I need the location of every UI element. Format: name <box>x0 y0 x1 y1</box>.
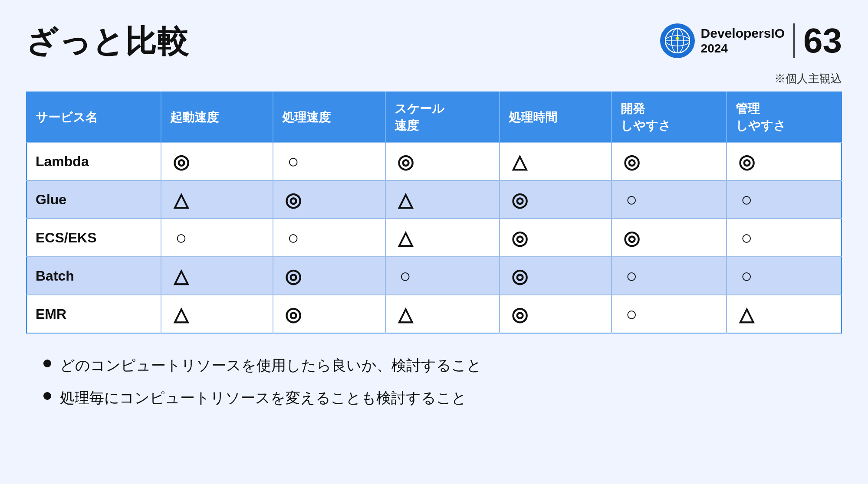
cell-name: Glue <box>26 180 161 219</box>
double-symbol <box>621 150 642 172</box>
header-divider <box>793 23 795 58</box>
logo-area: DevelopersIO 2024 <box>660 23 785 58</box>
cell-process <box>273 142 385 180</box>
double-symbol <box>509 227 530 249</box>
col-header-process: 処理速度 <box>273 92 385 142</box>
triangle-symbol <box>170 303 192 325</box>
col-header-service: サービス名 <box>26 92 161 142</box>
triangle-symbol <box>395 227 416 249</box>
cell-time <box>500 219 612 257</box>
single-symbol <box>736 189 757 210</box>
single-symbol <box>621 303 642 325</box>
double-symbol <box>395 150 416 172</box>
single-symbol <box>282 150 304 172</box>
slide: ざっと比較 Developers <box>0 0 868 484</box>
cell-time <box>500 142 612 180</box>
single-symbol <box>170 227 192 249</box>
col-header-time: 処理時間 <box>500 92 612 142</box>
cell-process <box>273 257 385 295</box>
single-symbol <box>736 227 757 249</box>
bullet-list: どのコンピュートリソースを使用したら良いか、検討すること処理毎にコンピュートリソ… <box>26 354 842 409</box>
cell-process <box>273 295 385 333</box>
comparison-table: サービス名 起動速度 処理速度 スケール速度 処理時間 開発しやすさ 管理しやす… <box>26 92 842 334</box>
triangle-symbol <box>509 150 530 172</box>
bullet-item: どのコンピュートリソースを使用したら良いか、検討すること <box>43 354 842 376</box>
col-header-startup: 起動速度 <box>161 92 273 142</box>
double-symbol <box>509 189 530 210</box>
brand-year: 2024 <box>701 41 785 56</box>
double-symbol <box>621 227 642 249</box>
cell-startup <box>161 219 273 257</box>
col-header-scale: スケール速度 <box>385 92 500 142</box>
table-row: Batch <box>26 257 842 295</box>
cell-scale <box>385 219 500 257</box>
cell-name: Batch <box>26 257 161 295</box>
single-symbol <box>395 265 416 287</box>
logo-text: DevelopersIO 2024 <box>701 26 785 56</box>
page-number: 63 <box>803 21 842 61</box>
cell-startup <box>161 142 273 180</box>
table-row: EMR <box>26 295 842 333</box>
single-symbol <box>621 265 642 287</box>
cell-process <box>273 219 385 257</box>
triangle-symbol <box>170 189 192 210</box>
comparison-table-wrapper: サービス名 起動速度 処理速度 スケール速度 処理時間 開発しやすさ 管理しやす… <box>26 92 842 334</box>
table-header-row: サービス名 起動速度 処理速度 スケール速度 処理時間 開発しやすさ 管理しやす… <box>26 92 842 142</box>
cell-manage <box>727 219 842 257</box>
triangle-symbol <box>170 265 192 287</box>
cell-manage <box>727 142 842 180</box>
table-row: ECS/EKS <box>26 219 842 257</box>
cell-dev <box>612 295 727 333</box>
cell-time <box>500 257 612 295</box>
bullet-dot <box>43 392 51 400</box>
cell-name: EMR <box>26 295 161 333</box>
double-symbol <box>509 265 530 287</box>
logo-icon <box>660 23 695 58</box>
cell-process <box>273 180 385 219</box>
cell-dev <box>612 142 727 180</box>
cell-dev <box>612 219 727 257</box>
cell-time <box>500 295 612 333</box>
note-text: ※個人主観込 <box>26 71 842 86</box>
cell-startup <box>161 180 273 219</box>
cell-dev <box>612 257 727 295</box>
brand-name: DevelopersIO <box>701 26 785 41</box>
cell-manage <box>727 180 842 219</box>
bullet-text: 処理毎にコンピュートリソースを変えることも検討すること <box>60 387 467 409</box>
bullet-item: 処理毎にコンピュートリソースを変えることも検討すること <box>43 387 842 409</box>
cell-dev <box>612 180 727 219</box>
double-symbol <box>282 303 304 325</box>
double-symbol <box>736 150 757 172</box>
bullet-text: どのコンピュートリソースを使用したら良いか、検討すること <box>60 354 482 376</box>
bullet-dot <box>43 360 51 367</box>
cell-name: Lambda <box>26 142 161 180</box>
cell-time <box>500 180 612 219</box>
triangle-symbol <box>395 189 416 210</box>
header: ざっと比較 Developers <box>26 21 842 62</box>
double-symbol <box>509 303 530 325</box>
single-symbol <box>282 227 304 249</box>
cell-startup <box>161 257 273 295</box>
double-symbol <box>282 265 304 287</box>
col-header-dev: 開発しやすさ <box>612 92 727 142</box>
triangle-symbol <box>736 303 757 325</box>
cell-name: ECS/EKS <box>26 219 161 257</box>
cell-scale <box>385 142 500 180</box>
cell-scale <box>385 257 500 295</box>
header-right: DevelopersIO 2024 63 <box>660 21 842 61</box>
cell-scale <box>385 295 500 333</box>
double-symbol <box>282 189 304 210</box>
table-row: Lambda <box>26 142 842 180</box>
cell-manage <box>727 257 842 295</box>
single-symbol <box>736 265 757 287</box>
col-header-manage: 管理しやすさ <box>727 92 842 142</box>
double-symbol <box>170 150 192 172</box>
page-title: ざっと比較 <box>26 21 189 62</box>
cell-manage <box>727 295 842 333</box>
cell-startup <box>161 295 273 333</box>
table-row: Glue <box>26 180 842 219</box>
triangle-symbol <box>395 303 416 325</box>
cell-scale <box>385 180 500 219</box>
single-symbol <box>621 189 642 210</box>
table-body: LambdaGlueECS/EKSBatchEMR <box>26 142 842 333</box>
